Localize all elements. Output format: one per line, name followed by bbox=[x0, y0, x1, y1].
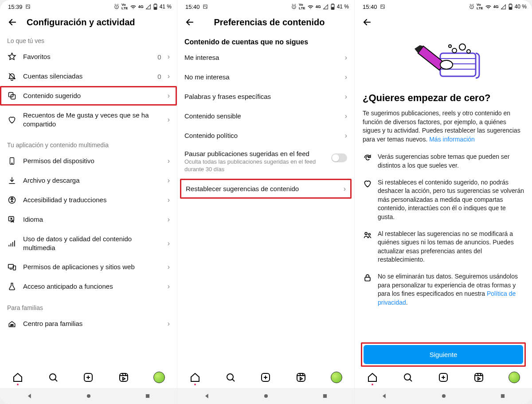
svg-rect-3 bbox=[154, 4, 156, 4]
row-suggested-content[interactable]: Contenido sugerido › bbox=[0, 86, 177, 106]
row-political-content[interactable]: Contenido político › bbox=[177, 126, 354, 145]
tab-search[interactable] bbox=[402, 371, 414, 384]
row-language[interactable]: Idioma › bbox=[0, 210, 177, 229]
tab-search[interactable] bbox=[224, 371, 237, 384]
svg-rect-30 bbox=[323, 394, 327, 398]
tab-create[interactable] bbox=[259, 371, 272, 384]
reset-illustration bbox=[355, 27, 532, 88]
row-specific-words[interactable]: Palabras y frases específicas › bbox=[177, 87, 354, 106]
accessibility-icon bbox=[7, 196, 17, 204]
family-icon bbox=[7, 319, 17, 328]
avatar-icon bbox=[153, 372, 165, 383]
svg-rect-24 bbox=[332, 4, 333, 4]
phone-icon bbox=[7, 157, 17, 165]
nav-back[interactable] bbox=[26, 392, 33, 400]
row-label: Cuentas silenciadas bbox=[23, 72, 151, 81]
status-battery: 40 % bbox=[515, 4, 527, 10]
status-sync-icon bbox=[25, 4, 31, 9]
back-icon[interactable] bbox=[362, 17, 372, 27]
svg-rect-18 bbox=[120, 373, 128, 381]
row-label: Contenido político bbox=[184, 131, 339, 140]
language-icon bbox=[7, 215, 17, 224]
section-families: Para familias bbox=[0, 300, 177, 314]
tab-profile[interactable] bbox=[508, 371, 520, 384]
svg-point-45 bbox=[404, 374, 411, 380]
row-archive-download[interactable]: Archivo y descarga › bbox=[0, 171, 177, 190]
nav-home[interactable] bbox=[86, 393, 92, 399]
tab-home[interactable] bbox=[12, 371, 24, 384]
net-4g-icon: 4G bbox=[493, 4, 499, 9]
tab-reels[interactable] bbox=[295, 371, 307, 384]
tab-profile[interactable] bbox=[330, 371, 343, 384]
row-label: Contenido sugerido bbox=[23, 91, 161, 100]
row-label: Acceso anticipado a funciones bbox=[23, 282, 161, 291]
svg-point-16 bbox=[50, 374, 56, 380]
row-label: Recuentos de Me gusta y veces que se ha … bbox=[23, 111, 161, 128]
svg-rect-35 bbox=[509, 7, 512, 9]
nav-recents[interactable] bbox=[145, 393, 151, 399]
battery-icon bbox=[508, 4, 513, 10]
row-label: Palabras y frases específicas bbox=[184, 92, 339, 101]
row-device-permissions[interactable]: Permisos del dispositivo › bbox=[0, 151, 177, 171]
nav-back[interactable] bbox=[381, 392, 388, 400]
row-interested[interactable]: Me interesa › bbox=[177, 48, 354, 67]
avatar-icon bbox=[331, 372, 342, 383]
tab-search[interactable] bbox=[47, 371, 59, 384]
alarm-icon bbox=[113, 4, 120, 10]
info-no-undo: Si restableces el contenido sugerido, no… bbox=[363, 178, 524, 222]
row-accessibility[interactable]: Accesibilidad y traducciones › bbox=[0, 190, 177, 210]
row-like-counts[interactable]: Recuentos de Me gusta y veces que se ha … bbox=[0, 106, 177, 133]
tab-create[interactable] bbox=[82, 371, 94, 384]
svg-point-39 bbox=[459, 44, 466, 50]
row-sensitive-content[interactable]: Contenido sensible › bbox=[177, 106, 354, 126]
tab-create[interactable] bbox=[437, 371, 450, 384]
nav-back[interactable] bbox=[203, 392, 211, 400]
chevron-right-icon: › bbox=[345, 73, 347, 81]
row-label: Permisos del dispositivo bbox=[23, 157, 161, 165]
nav-home[interactable] bbox=[441, 393, 447, 399]
pause-title: Pausar publicaciones sugeridas en el fee… bbox=[184, 150, 347, 157]
status-time: 15:40 bbox=[185, 4, 200, 10]
row-label: Centro para familias bbox=[23, 319, 161, 328]
row-family-center[interactable]: Centro para familias › bbox=[0, 314, 177, 333]
more-info-link[interactable]: Más información bbox=[429, 136, 475, 143]
pause-toggle[interactable] bbox=[331, 153, 347, 162]
reset-title: ¿Quieres empezar de cero? bbox=[363, 92, 524, 104]
nav-recents[interactable] bbox=[500, 393, 506, 399]
nav-home[interactable] bbox=[263, 393, 269, 399]
svg-point-42 bbox=[365, 232, 367, 235]
back-icon[interactable] bbox=[7, 17, 18, 27]
section-unfollowed-content: Contenido de cuentas que no sigues bbox=[177, 33, 354, 48]
row-label: Idioma bbox=[23, 215, 161, 224]
svg-point-48 bbox=[442, 394, 446, 398]
row-not-interested[interactable]: No me interesa › bbox=[177, 67, 354, 87]
chevron-right-icon: › bbox=[168, 116, 170, 124]
row-pause-suggested[interactable]: Pausar publicaciones sugeridas en el fee… bbox=[177, 145, 354, 178]
svg-point-29 bbox=[264, 394, 268, 398]
tab-profile[interactable] bbox=[153, 371, 165, 384]
row-data-quality[interactable]: Uso de datos y calidad del contenido mul… bbox=[0, 229, 177, 257]
wifi-icon bbox=[307, 4, 314, 10]
row-muted-accounts[interactable]: Cuentas silenciadas 0 › bbox=[0, 67, 177, 86]
alarm-icon bbox=[291, 4, 297, 10]
section-what-you-see: Lo que tú ves bbox=[0, 33, 177, 47]
chevron-right-icon: › bbox=[168, 72, 170, 80]
row-label: Me interesa bbox=[184, 53, 339, 62]
tab-home[interactable] bbox=[366, 371, 379, 384]
row-reset-suggestions[interactable]: Restablecer sugerencias de contenido › bbox=[180, 179, 352, 199]
row-label: Favoritos bbox=[23, 52, 151, 61]
tab-home[interactable] bbox=[189, 371, 201, 384]
nav-recents[interactable] bbox=[322, 393, 328, 399]
row-favorites[interactable]: Favoritos 0 › bbox=[0, 47, 177, 67]
volte-icon: VoLTE bbox=[121, 3, 128, 10]
chevron-right-icon: › bbox=[344, 185, 346, 193]
svg-rect-49 bbox=[501, 394, 505, 398]
row-early-access[interactable]: Acceso anticipado a funciones › bbox=[0, 277, 177, 296]
screen-reset-confirm: 15:40 VoLTE 4G 40 % bbox=[355, 0, 532, 404]
tab-reels[interactable] bbox=[117, 371, 130, 384]
bell-off-icon bbox=[7, 72, 17, 81]
next-button[interactable]: Siguiente bbox=[364, 345, 523, 364]
row-app-web-permissions[interactable]: Permisos de aplicaciones y sitios web › bbox=[0, 257, 177, 277]
chevron-right-icon: › bbox=[345, 93, 347, 101]
tab-reels[interactable] bbox=[473, 371, 485, 384]
